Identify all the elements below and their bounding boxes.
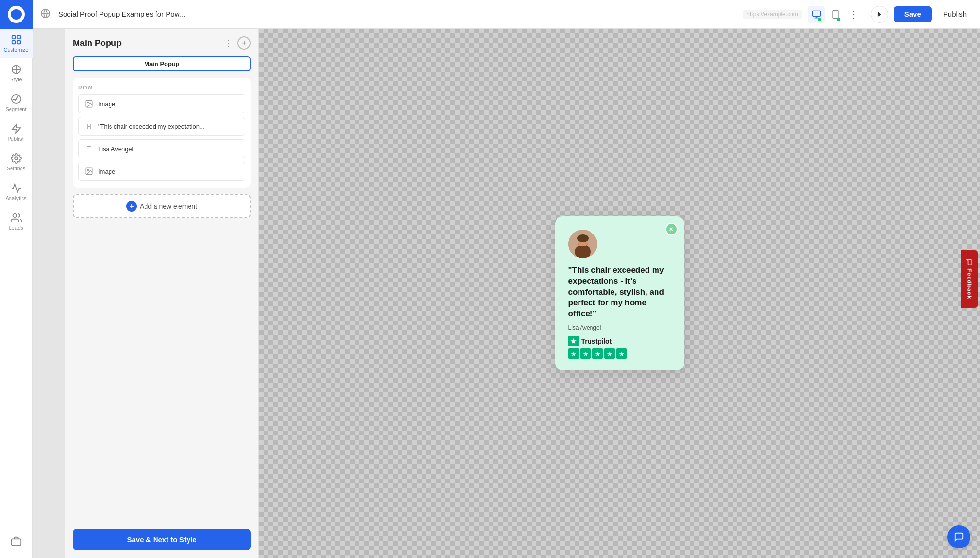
publish-button[interactable]: Publish: [937, 6, 972, 22]
svg-point-20: [87, 169, 88, 170]
popup-preview-card: × "This chair exceeded my expectations -…: [555, 216, 684, 371]
add-element-plus-icon: +: [126, 201, 137, 212]
popup-tag-btn[interactable]: Main Popup: [73, 56, 251, 71]
svg-rect-14: [833, 10, 838, 18]
svg-point-18: [87, 102, 88, 103]
panel-header-icons: ⋮ +: [224, 36, 251, 50]
settings-icon: [11, 153, 22, 164]
svg-rect-2: [12, 41, 15, 44]
top-bar: Social Proof Popup Examples for Pow... h…: [33, 0, 980, 29]
star-3: ★: [592, 348, 603, 359]
sidebar-item-segment[interactable]: Segment: [0, 88, 33, 118]
main-area: Main Popup ⋮ + Main Popup ROW Image: [65, 29, 980, 558]
chat-button[interactable]: [947, 525, 970, 548]
desktop-dot: [818, 18, 821, 21]
popup-close-btn[interactable]: ×: [665, 223, 678, 235]
left-sidebar: Customize Style Segment Publish Settings…: [0, 0, 33, 558]
sidebar-item-analytics[interactable]: Analytics: [0, 177, 33, 207]
play-icon: [876, 11, 883, 18]
sidebar-item-leads[interactable]: Leads: [0, 207, 33, 236]
publish-icon: [11, 123, 22, 134]
star-1: ★: [568, 348, 579, 359]
logo-inner: [11, 9, 22, 20]
sidebar-item-style[interactable]: Style: [0, 58, 33, 88]
save-button[interactable]: Save: [894, 6, 932, 22]
analytics-icon: [11, 183, 22, 193]
row-item-image2[interactable]: Image: [78, 162, 245, 181]
desktop-device-btn[interactable]: [808, 6, 825, 23]
svg-rect-11: [812, 11, 820, 16]
preview-play-btn[interactable]: [871, 6, 888, 23]
customize-icon: [11, 34, 22, 45]
trustpilot-stars: ★ ★ ★ ★ ★: [568, 348, 671, 359]
popup-author-text: Lisa Avengel: [568, 324, 671, 331]
more-options-btn[interactable]: ⋮: [846, 7, 861, 22]
popup-quote-text: "This chair exceeded my expectations - i…: [568, 265, 671, 320]
svg-point-7: [13, 214, 16, 217]
mobile-dot: [837, 18, 840, 21]
feedback-icon: [966, 259, 973, 266]
svg-rect-3: [17, 41, 20, 44]
trustpilot-logo: ★ Trustpilot: [568, 336, 671, 346]
segment-icon: [11, 94, 22, 104]
row-item-image1-label: Image: [98, 100, 115, 108]
panel-title: Main Popup: [73, 38, 122, 48]
logo-circle: [8, 6, 25, 23]
add-element-label: Add a new element: [140, 202, 197, 210]
sidebar-bottom: [0, 530, 33, 558]
sidebar-item-customize[interactable]: Customize: [0, 29, 33, 58]
feedback-label: Feedback: [966, 268, 973, 299]
style-icon: [11, 64, 22, 75]
leads-icon: [11, 212, 22, 223]
left-panel: Main Popup ⋮ + Main Popup ROW Image: [65, 29, 259, 558]
chat-icon: [954, 532, 964, 542]
row-label: ROW: [78, 85, 245, 90]
sidebar-segment-label: Segment: [5, 106, 26, 112]
sidebar-publish-label: Publish: [7, 136, 24, 142]
svg-rect-1: [17, 36, 20, 39]
device-switcher: ⋮: [808, 6, 861, 23]
star-4: ★: [604, 348, 615, 359]
row-card: ROW Image H "This chair exceeded my expe…: [73, 78, 251, 188]
page-title: Social Proof Popup Examples for Pow...: [58, 10, 737, 18]
mobile-device-btn[interactable]: [827, 6, 844, 23]
sidebar-item-publish[interactable]: Publish: [0, 118, 33, 147]
sidebar-analytics-label: Analytics: [5, 195, 26, 201]
text-tag: T: [84, 144, 94, 154]
trustpilot-area: ★ Trustpilot ★ ★ ★ ★ ★: [568, 336, 671, 359]
row-item-image1[interactable]: Image: [78, 94, 245, 113]
panel-add-btn[interactable]: +: [237, 36, 251, 50]
row-item-heading[interactable]: H "This chair exceeded my expectation...: [78, 117, 245, 136]
heading-tag: H: [84, 121, 94, 132]
svg-marker-5: [12, 124, 20, 133]
row-item-text[interactable]: T Lisa Avengel: [78, 139, 245, 158]
sidebar-leads-label: Leads: [9, 225, 23, 231]
image1-icon: [84, 99, 94, 109]
trustpilot-logo-star: ★: [568, 336, 579, 346]
panel-more-icon[interactable]: ⋮: [224, 37, 234, 49]
popup-avatar: [568, 230, 597, 258]
save-next-btn[interactable]: Save & Next to Style: [73, 529, 251, 550]
sidebar-style-label: Style: [10, 77, 22, 82]
svg-rect-0: [12, 36, 15, 39]
panel-header: Main Popup ⋮ +: [73, 36, 251, 50]
svg-marker-16: [878, 11, 881, 17]
svg-rect-8: [11, 539, 20, 545]
sidebar-customize-label: Customize: [4, 47, 29, 53]
row-item-text-label: Lisa Avengel: [98, 145, 134, 153]
app-logo[interactable]: [0, 0, 33, 29]
add-element-btn[interactable]: + Add a new element: [73, 194, 251, 218]
image2-icon: [84, 166, 94, 177]
sidebar-settings-label: Settings: [7, 166, 26, 171]
sidebar-item-settings[interactable]: Settings: [0, 147, 33, 177]
canvas-area: × "This chair exceeded my expectations -…: [259, 29, 980, 558]
avatar-image: [568, 230, 597, 258]
svg-point-6: [15, 157, 18, 160]
star-2: ★: [580, 348, 591, 359]
sidebar-item-briefcase[interactable]: [0, 530, 33, 552]
url-bar: https://example.com: [743, 10, 802, 19]
trustpilot-label: Trustpilot: [581, 337, 612, 345]
feedback-tab[interactable]: Feedback: [961, 250, 978, 308]
briefcase-icon: [11, 536, 22, 547]
row-item-image2-label: Image: [98, 168, 115, 175]
